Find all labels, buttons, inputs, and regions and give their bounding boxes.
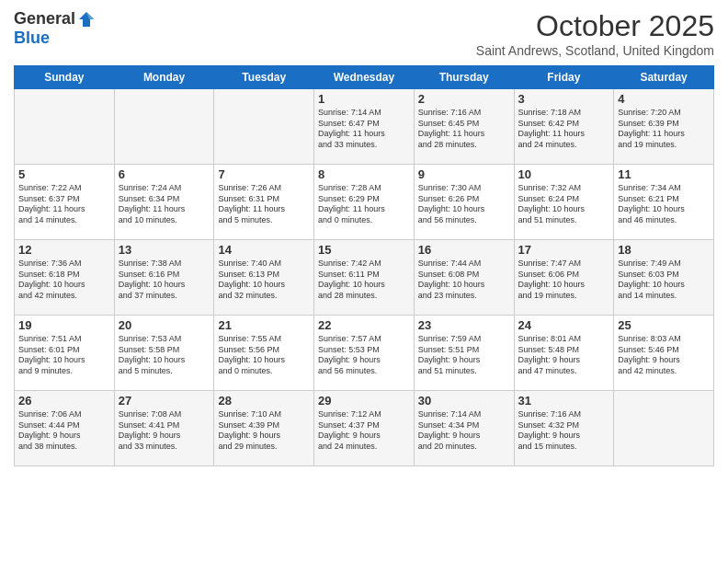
day-number: 16 bbox=[418, 243, 510, 257]
day-content: Sunrise: 7:59 AM Sunset: 5:51 PM Dayligh… bbox=[418, 334, 510, 377]
day-number: 2 bbox=[418, 92, 510, 106]
day-number: 11 bbox=[618, 167, 710, 181]
day-content: Sunrise: 7:40 AM Sunset: 6:13 PM Dayligh… bbox=[218, 259, 310, 302]
month-title: October 2025 bbox=[476, 9, 714, 43]
day-number: 21 bbox=[218, 318, 310, 332]
calendar-header-row: SundayMondayTuesdayWednesdayThursdayFrid… bbox=[15, 66, 714, 89]
calendar-cell: 21Sunrise: 7:55 AM Sunset: 5:56 PM Dayli… bbox=[214, 316, 314, 391]
day-content: Sunrise: 7:55 AM Sunset: 5:56 PM Dayligh… bbox=[218, 334, 310, 377]
day-number: 8 bbox=[318, 167, 410, 181]
day-content: Sunrise: 7:53 AM Sunset: 5:58 PM Dayligh… bbox=[119, 334, 210, 377]
day-number: 6 bbox=[119, 167, 210, 181]
day-number: 19 bbox=[18, 318, 110, 332]
day-header-saturday: Saturday bbox=[614, 66, 714, 89]
calendar-cell: 9Sunrise: 7:30 AM Sunset: 6:26 PM Daylig… bbox=[414, 165, 514, 240]
calendar-cell bbox=[614, 391, 714, 466]
logo-general-text: General bbox=[14, 9, 75, 29]
day-number: 18 bbox=[618, 243, 710, 257]
day-number: 4 bbox=[618, 92, 710, 106]
calendar-cell: 26Sunrise: 7:06 AM Sunset: 4:44 PM Dayli… bbox=[15, 391, 115, 466]
day-number: 13 bbox=[119, 243, 210, 257]
day-content: Sunrise: 8:01 AM Sunset: 5:48 PM Dayligh… bbox=[518, 334, 610, 377]
calendar-cell: 24Sunrise: 8:01 AM Sunset: 5:48 PM Dayli… bbox=[514, 316, 614, 391]
calendar-cell: 28Sunrise: 7:10 AM Sunset: 4:39 PM Dayli… bbox=[214, 391, 314, 466]
day-content: Sunrise: 7:06 AM Sunset: 4:44 PM Dayligh… bbox=[18, 409, 110, 453]
day-header-sunday: Sunday bbox=[15, 66, 115, 89]
day-header-wednesday: Wednesday bbox=[314, 66, 415, 89]
day-number: 31 bbox=[518, 394, 610, 408]
calendar-cell: 30Sunrise: 7:14 AM Sunset: 4:34 PM Dayli… bbox=[414, 391, 514, 466]
day-content: Sunrise: 7:10 AM Sunset: 4:39 PM Dayligh… bbox=[218, 409, 310, 453]
day-content: Sunrise: 7:42 AM Sunset: 6:11 PM Dayligh… bbox=[318, 259, 410, 302]
calendar-cell: 2Sunrise: 7:16 AM Sunset: 6:45 PM Daylig… bbox=[414, 89, 514, 165]
calendar-cell: 19Sunrise: 7:51 AM Sunset: 6:01 PM Dayli… bbox=[15, 316, 115, 391]
calendar-cell: 25Sunrise: 8:03 AM Sunset: 5:46 PM Dayli… bbox=[614, 316, 714, 391]
calendar-cell: 8Sunrise: 7:28 AM Sunset: 6:29 PM Daylig… bbox=[314, 165, 415, 240]
day-content: Sunrise: 7:12 AM Sunset: 4:37 PM Dayligh… bbox=[318, 409, 410, 453]
day-content: Sunrise: 7:16 AM Sunset: 6:45 PM Dayligh… bbox=[418, 108, 510, 151]
day-number: 23 bbox=[418, 318, 510, 332]
day-content: Sunrise: 7:14 AM Sunset: 4:34 PM Dayligh… bbox=[418, 409, 510, 453]
calendar-cell bbox=[15, 89, 115, 165]
calendar-week-5: 26Sunrise: 7:06 AM Sunset: 4:44 PM Dayli… bbox=[15, 391, 714, 466]
day-content: Sunrise: 7:38 AM Sunset: 6:16 PM Dayligh… bbox=[119, 259, 210, 302]
calendar-cell: 14Sunrise: 7:40 AM Sunset: 6:13 PM Dayli… bbox=[214, 240, 314, 316]
logo: General Blue bbox=[14, 9, 96, 48]
calendar-cell: 11Sunrise: 7:34 AM Sunset: 6:21 PM Dayli… bbox=[614, 165, 714, 240]
day-content: Sunrise: 7:08 AM Sunset: 4:41 PM Dayligh… bbox=[119, 409, 210, 453]
calendar-cell: 12Sunrise: 7:36 AM Sunset: 6:18 PM Dayli… bbox=[15, 240, 115, 316]
calendar-table: SundayMondayTuesdayWednesdayThursdayFrid… bbox=[14, 65, 714, 466]
day-header-friday: Friday bbox=[514, 66, 614, 89]
day-number: 30 bbox=[418, 394, 510, 408]
day-content: Sunrise: 7:30 AM Sunset: 6:26 PM Dayligh… bbox=[418, 183, 510, 226]
day-content: Sunrise: 7:51 AM Sunset: 6:01 PM Dayligh… bbox=[18, 334, 110, 377]
day-number: 5 bbox=[18, 167, 110, 181]
day-number: 20 bbox=[119, 318, 210, 332]
day-number: 25 bbox=[618, 318, 710, 332]
calendar-cell: 20Sunrise: 7:53 AM Sunset: 5:58 PM Dayli… bbox=[114, 316, 214, 391]
calendar-cell: 3Sunrise: 7:18 AM Sunset: 6:42 PM Daylig… bbox=[514, 89, 614, 165]
day-content: Sunrise: 7:14 AM Sunset: 6:47 PM Dayligh… bbox=[318, 108, 410, 151]
day-number: 1 bbox=[318, 92, 410, 106]
day-content: Sunrise: 8:03 AM Sunset: 5:46 PM Dayligh… bbox=[618, 334, 710, 377]
day-number: 3 bbox=[518, 92, 610, 106]
calendar-cell bbox=[214, 89, 314, 165]
calendar-cell: 13Sunrise: 7:38 AM Sunset: 6:16 PM Dayli… bbox=[114, 240, 214, 316]
day-content: Sunrise: 7:20 AM Sunset: 6:39 PM Dayligh… bbox=[618, 108, 710, 151]
day-number: 27 bbox=[119, 394, 210, 408]
calendar-week-4: 19Sunrise: 7:51 AM Sunset: 6:01 PM Dayli… bbox=[15, 316, 714, 391]
calendar-cell: 10Sunrise: 7:32 AM Sunset: 6:24 PM Dayli… bbox=[514, 165, 614, 240]
day-number: 12 bbox=[18, 243, 110, 257]
day-number: 29 bbox=[318, 394, 410, 408]
day-number: 22 bbox=[318, 318, 410, 332]
day-number: 14 bbox=[218, 243, 310, 257]
day-content: Sunrise: 7:34 AM Sunset: 6:21 PM Dayligh… bbox=[618, 183, 710, 226]
calendar-week-1: 1Sunrise: 7:14 AM Sunset: 6:47 PM Daylig… bbox=[15, 89, 714, 165]
day-content: Sunrise: 7:26 AM Sunset: 6:31 PM Dayligh… bbox=[218, 183, 310, 226]
day-content: Sunrise: 7:47 AM Sunset: 6:06 PM Dayligh… bbox=[518, 259, 610, 302]
calendar-cell: 16Sunrise: 7:44 AM Sunset: 6:08 PM Dayli… bbox=[414, 240, 514, 316]
calendar-cell bbox=[114, 89, 214, 165]
day-header-tuesday: Tuesday bbox=[214, 66, 314, 89]
calendar-week-3: 12Sunrise: 7:36 AM Sunset: 6:18 PM Dayli… bbox=[15, 240, 714, 316]
day-content: Sunrise: 7:28 AM Sunset: 6:29 PM Dayligh… bbox=[318, 183, 410, 226]
day-number: 7 bbox=[218, 167, 310, 181]
header: General Blue October 2025 Saint Andrews,… bbox=[14, 9, 714, 58]
title-block: October 2025 Saint Andrews, Scotland, Un… bbox=[476, 9, 714, 58]
calendar-cell: 6Sunrise: 7:24 AM Sunset: 6:34 PM Daylig… bbox=[114, 165, 214, 240]
logo-blue-text: Blue bbox=[14, 29, 50, 48]
day-number: 9 bbox=[418, 167, 510, 181]
location-subtitle: Saint Andrews, Scotland, United Kingdom bbox=[476, 43, 714, 58]
calendar-cell: 18Sunrise: 7:49 AM Sunset: 6:03 PM Dayli… bbox=[614, 240, 714, 316]
day-number: 17 bbox=[518, 243, 610, 257]
logo-icon bbox=[77, 10, 96, 29]
calendar-cell: 31Sunrise: 7:16 AM Sunset: 4:32 PM Dayli… bbox=[514, 391, 614, 466]
day-header-monday: Monday bbox=[114, 66, 214, 89]
day-content: Sunrise: 7:36 AM Sunset: 6:18 PM Dayligh… bbox=[18, 259, 110, 302]
calendar-cell: 4Sunrise: 7:20 AM Sunset: 6:39 PM Daylig… bbox=[614, 89, 714, 165]
day-header-thursday: Thursday bbox=[414, 66, 514, 89]
calendar-cell: 17Sunrise: 7:47 AM Sunset: 6:06 PM Dayli… bbox=[514, 240, 614, 316]
day-content: Sunrise: 7:32 AM Sunset: 6:24 PM Dayligh… bbox=[518, 183, 610, 226]
calendar-cell: 15Sunrise: 7:42 AM Sunset: 6:11 PM Dayli… bbox=[314, 240, 415, 316]
day-number: 15 bbox=[318, 243, 410, 257]
